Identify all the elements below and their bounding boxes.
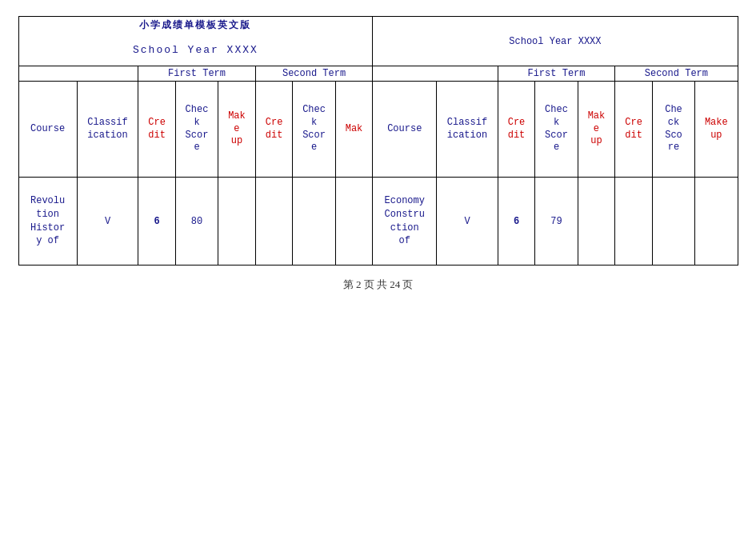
row1-check-right2 (652, 178, 694, 266)
row1-check-left2 (293, 178, 335, 266)
col-makeup-left1: Makeup (218, 82, 256, 178)
row1-course-right: EconomyConstructionof (373, 178, 437, 266)
page-title: 小学成绩单模板英文版 (22, 18, 370, 32)
title-row: 小学成绩单模板英文版 School Year XXXX School Year … (18, 17, 738, 66)
table-row: RevolutionHistory of V 6 80 EconomyConst… (18, 178, 738, 266)
col-header-row: Course Classification Credit CheckScore … (18, 82, 738, 178)
col-classif-left: Classification (77, 82, 138, 178)
col-course-left: Course (18, 82, 77, 178)
row1-makeup-left1 (218, 178, 256, 266)
col-check-right1: CheckScore (535, 82, 578, 178)
row1-credit-right2 (615, 178, 653, 266)
row1-credit-left2 (255, 178, 293, 266)
col-classif-right: Classification (437, 82, 498, 178)
row1-makeup-right2 (695, 178, 738, 266)
second-term-right: Second Term (615, 66, 738, 82)
col-credit-right2: Credit (615, 82, 653, 178)
col-check-left1: CheckScore (175, 82, 218, 178)
col-makeup-right2: Makeup (695, 82, 738, 178)
main-table: 小学成绩单模板英文版 School Year XXXX School Year … (18, 16, 738, 266)
row1-course-left: RevolutionHistory of (18, 178, 77, 266)
col-credit-left1: Credit (138, 82, 176, 178)
empty-right (373, 66, 498, 82)
row1-makeup-right1 (578, 178, 615, 266)
term-header-row: First Term Second Term First Term Second… (18, 66, 738, 82)
row1-check-left1: 80 (175, 178, 218, 266)
page-footer: 第 2 页 共 24 页 (343, 277, 414, 292)
row1-makeup-left2 (335, 178, 373, 266)
title-cell: 小学成绩单模板英文版 School Year XXXX (18, 17, 373, 66)
empty-left (18, 66, 138, 82)
row1-credit-left1: 6 (138, 178, 176, 266)
col-credit-right1: Credit (498, 82, 535, 178)
row1-classif-right: V (437, 178, 498, 266)
school-year-right: School Year XXXX (509, 36, 601, 47)
col-check-left2: CheckScore (293, 82, 335, 178)
row1-check-right1: 79 (535, 178, 578, 266)
row1-credit-right1: 6 (498, 178, 535, 266)
col-makeup-right1: Makeup (578, 82, 615, 178)
col-makeup-left2: Mak (335, 82, 373, 178)
row1-classif-left: V (77, 178, 138, 266)
school-year-right-cell: School Year XXXX (373, 17, 738, 66)
school-year-left: School Year XXXX (22, 40, 370, 60)
col-check-right2: CheckScore (652, 82, 694, 178)
page-container: 小学成绩单模板英文版 School Year XXXX School Year … (18, 16, 738, 292)
first-term-right: First Term (498, 66, 615, 82)
col-credit-left2: Credit (255, 82, 293, 178)
first-term-left: First Term (138, 66, 256, 82)
col-course-right: Course (373, 82, 437, 178)
second-term-left: Second Term (255, 66, 373, 82)
